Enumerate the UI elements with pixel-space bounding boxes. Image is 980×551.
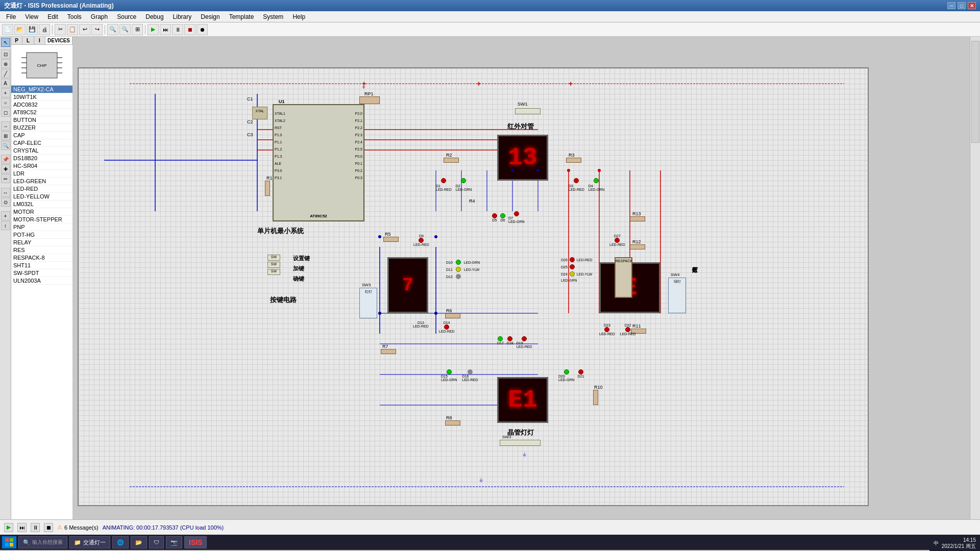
device-item-led-red[interactable]: LED-RED <box>11 185 72 193</box>
zoom-in-button[interactable]: 🔍 <box>107 24 118 35</box>
device-item-ds18b20[interactable]: DS18B20 <box>11 155 72 162</box>
cut-button[interactable]: ✂ <box>55 24 66 35</box>
device-item-button[interactable]: BUTTON <box>11 116 72 124</box>
tool-13[interactable]: ✚ <box>1 164 10 173</box>
tool-18[interactable]: ↕ <box>1 221 10 230</box>
tool-5[interactable]: A <box>1 79 10 88</box>
stop-status-button[interactable]: ⏹ <box>44 523 53 532</box>
tool-8[interactable]: ◻ <box>1 108 10 117</box>
tool-10[interactable]: ⊞ <box>1 131 10 140</box>
device-item-motor-stepper[interactable]: MOTOR-STEPPER <box>11 216 72 223</box>
menu-design[interactable]: Design <box>197 12 224 21</box>
select-tool[interactable]: ↖ <box>1 38 10 47</box>
stop-button[interactable]: ⏹ <box>184 24 195 35</box>
menu-debug[interactable]: Debug <box>141 12 167 21</box>
device-item-pot-hg[interactable]: POT-HG <box>11 231 72 239</box>
pause-button[interactable]: ⏸ <box>172 24 183 35</box>
menu-tools[interactable]: Tools <box>63 12 86 21</box>
tool-11[interactable]: 🔍 <box>1 141 10 150</box>
menu-graph[interactable]: Graph <box>87 12 112 21</box>
device-list[interactable]: NEG_MPX2-CA 10W/T1K ADC0832 AT89C52 BUTT… <box>11 86 72 519</box>
device-item-led-yellow[interactable]: LED-YELLOW <box>11 193 72 201</box>
device-item-sw-spdt[interactable]: SW-SPDT <box>11 269 72 277</box>
redo-button[interactable]: ↪ <box>91 24 103 35</box>
tab-p[interactable]: P <box>11 37 22 44</box>
device-item-motor[interactable]: MOTOR <box>11 208 72 216</box>
taskbar-app2[interactable]: 📷 <box>166 536 182 548</box>
tool-16[interactable]: ⊙ <box>1 197 10 207</box>
tool-9[interactable]: → <box>1 121 10 131</box>
taskbar-browser[interactable]: 🌐 <box>112 536 129 548</box>
scroll-track[interactable] <box>971 41 979 143</box>
run-button[interactable]: ▶ <box>148 24 159 35</box>
play-status-button[interactable]: ▶ <box>4 523 13 532</box>
menu-file[interactable]: File <box>2 12 20 21</box>
zoom-fit-button[interactable]: ⊞ <box>132 24 143 35</box>
undo-button[interactable]: ↩ <box>79 24 90 35</box>
menu-help[interactable]: Help <box>288 12 309 21</box>
device-item-adc[interactable]: ADC0832 <box>11 101 72 109</box>
tab-l[interactable]: L <box>22 37 34 44</box>
start-button[interactable] <box>2 536 16 548</box>
taskbar-search[interactable]: 🔍 输入你想搜索 <box>18 536 67 548</box>
tab-devices[interactable]: DEVICES <box>45 37 72 44</box>
tool-2[interactable]: ⊡ <box>1 49 10 59</box>
tool-6[interactable]: + <box>1 88 10 97</box>
tool-7[interactable]: ○ <box>1 98 10 107</box>
device-item-res[interactable]: RES <box>11 246 72 254</box>
record-button[interactable]: ⏺ <box>197 24 208 35</box>
tool-4[interactable]: ╱ <box>1 69 10 78</box>
device-item-hcsr04[interactable]: HC-SR04 <box>11 162 72 170</box>
button-group: SW SW SW <box>267 255 280 275</box>
close-button[interactable]: ✕ <box>968 2 976 9</box>
menu-template[interactable]: Template <box>225 12 258 21</box>
new-button[interactable]: 📄 <box>2 24 13 35</box>
zoom-out-button[interactable]: 🔍 <box>119 24 131 35</box>
taskbar-file-manager[interactable]: 📁 交通灯一 <box>69 536 110 548</box>
device-item-relay[interactable]: RELAY <box>11 239 72 246</box>
step-status-button[interactable]: ⏭ <box>17 523 27 532</box>
taskbar-app1[interactable]: 🛡 <box>149 536 164 548</box>
device-item-pnp[interactable]: PNP <box>11 223 72 231</box>
device-item-crystal[interactable]: CRYSTAL <box>11 147 72 155</box>
device-item-sht11[interactable]: SHT11 <box>11 262 72 269</box>
tool-15[interactable]: ↔ <box>1 188 10 197</box>
tool-17[interactable]: + <box>1 211 10 220</box>
device-item-10w[interactable]: 10W/T1K <box>11 93 72 101</box>
device-item-cap[interactable]: CAP <box>11 132 72 139</box>
r12-label: R12 <box>632 239 641 244</box>
taskbar-files[interactable]: 📂 <box>131 536 147 548</box>
step-button[interactable]: ⏭ <box>160 24 171 35</box>
keyboard-label: 按键电路 <box>270 295 297 305</box>
device-item-lm032l[interactable]: LM032L <box>11 201 72 208</box>
taskbar-isis[interactable]: ISIS <box>184 536 207 548</box>
device-item-respack[interactable]: RESPACK-8 <box>11 254 72 262</box>
sw3-bottom-component <box>500 440 541 446</box>
copy-button[interactable]: 📋 <box>67 24 78 35</box>
search-placeholder[interactable]: 输入你想搜索 <box>32 539 63 546</box>
menu-system[interactable]: System <box>259 12 287 21</box>
device-item-led-green[interactable]: LED-GREEN <box>11 178 72 185</box>
tool-14[interactable]: ═ <box>1 174 10 183</box>
pause-status-button[interactable]: ⏸ <box>31 523 40 532</box>
maximize-button[interactable]: □ <box>958 2 966 9</box>
menu-view[interactable]: View <box>21 12 42 21</box>
device-item-buzzer[interactable]: BUZZER <box>11 124 72 132</box>
tool-3[interactable]: ⊕ <box>1 59 10 68</box>
save-button[interactable]: 💾 <box>27 24 38 35</box>
device-item-uln2003a[interactable]: ULN2003A <box>11 277 72 285</box>
minimize-button[interactable]: ─ <box>947 2 955 9</box>
device-item-ldr[interactable]: LDR <box>11 170 72 178</box>
menu-edit[interactable]: Edit <box>43 12 62 21</box>
menu-source[interactable]: Source <box>113 12 140 21</box>
tab-i[interactable]: I <box>34 37 45 44</box>
device-item-neg[interactable]: NEG_MPX2-CA <box>11 86 72 93</box>
canvas-area[interactable]: U1 XTAL1XTAL2RSTP1.0P1.1P1.2P1.3ALEP3.0P… <box>72 37 970 519</box>
print-button[interactable]: 🖨 <box>39 24 50 35</box>
open-button[interactable]: 📂 <box>14 24 26 35</box>
menu-library[interactable]: Library <box>169 12 196 21</box>
app1-icon: 🛡 <box>154 539 159 545</box>
device-item-at89[interactable]: AT89C52 <box>11 109 72 116</box>
device-item-cap-elec[interactable]: CAP-ELEC <box>11 139 72 147</box>
tool-12[interactable]: 📌 <box>1 155 10 164</box>
